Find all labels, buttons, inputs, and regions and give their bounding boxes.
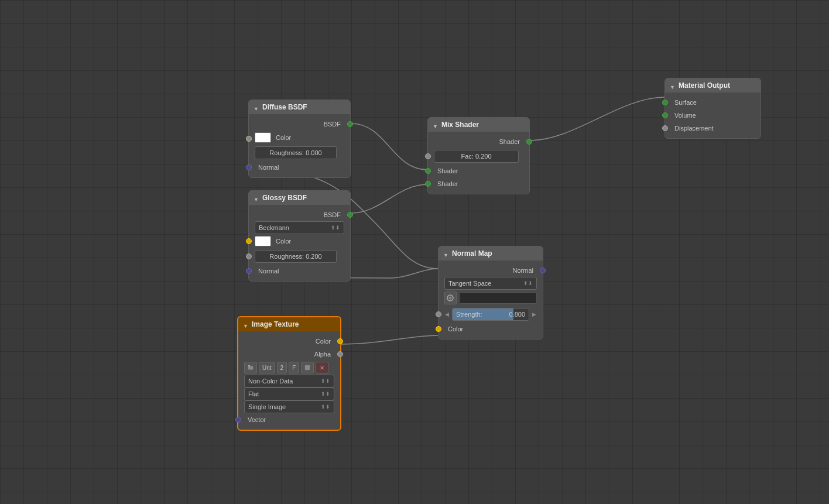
glossy-bsdf-output-label: BSDF [324, 211, 341, 218]
image-texture-close-btn[interactable]: ✕ [316, 362, 328, 373]
image-texture-vector-row: Vector [238, 413, 340, 426]
glossy-bsdf-roughness-field[interactable]: Roughness: 0.200 [255, 250, 337, 263]
glossy-bsdf-output-row: BSDF [249, 208, 350, 221]
normal-map-collapse-icon[interactable] [443, 251, 449, 256]
normal-map-strength-label: Strength: 0.800 [453, 311, 529, 318]
diffuse-bsdf-output-label: BSDF [324, 121, 341, 128]
mix-shader-output-row: Shader [428, 135, 529, 148]
material-output-body: Surface Volume Displacement [665, 92, 761, 138]
material-output-header: Material Output [665, 78, 761, 92]
mix-shader-output-label: Shader [499, 138, 520, 145]
image-texture-browse-btn[interactable] [244, 362, 257, 373]
glossy-bsdf-normal-socket[interactable] [246, 268, 252, 274]
glossy-bsdf-color-swatch[interactable] [255, 236, 271, 246]
image-texture-2-btn[interactable]: 2 [277, 362, 287, 373]
diffuse-bsdf-color-row: Color [249, 131, 350, 145]
diffuse-bsdf-color-swatch[interactable] [255, 132, 271, 143]
diffuse-bsdf-output-socket[interactable] [347, 121, 353, 127]
image-texture-projection-dropdown-arrow: ⬆⬇ [321, 391, 330, 397]
normal-map-strength-arrow-right[interactable]: ▶ [532, 311, 537, 317]
glossy-bsdf-dropdown-arrow: ⬆⬇ [331, 225, 340, 231]
image-texture-alpha-out-label: Alpha [314, 351, 331, 358]
mix-shader-fac-row: Fac: 0.200 [428, 148, 529, 164]
diffuse-bsdf-normal-row: Normal [249, 161, 350, 174]
diffuse-bsdf-output-row: BSDF [249, 118, 350, 131]
mix-shader-shader1-row: Shader [428, 164, 529, 177]
normal-map-strength-row: ◀ Strength: 0.800 ▶ [439, 306, 543, 323]
diffuse-bsdf-header: Diffuse BSDF [249, 100, 350, 114]
diffuse-bsdf-collapse-icon[interactable] [254, 104, 259, 110]
image-texture-f-btn[interactable]: F [289, 362, 299, 373]
normal-map-title: Normal Map [452, 249, 492, 258]
glossy-bsdf-header: Glossy BSDF [249, 191, 350, 205]
glossy-bsdf-color-socket[interactable] [246, 238, 252, 244]
image-texture-settings-btn[interactable] [301, 362, 314, 373]
material-output-collapse-icon[interactable] [670, 83, 676, 88]
mix-shader-fac-socket[interactable] [425, 153, 431, 159]
material-output-surface-label: Surface [674, 99, 697, 106]
diffuse-bsdf-roughness-row: Roughness: 0.000 [249, 145, 350, 161]
glossy-bsdf-roughness-socket[interactable] [246, 253, 252, 259]
diffuse-bsdf-roughness-field[interactable]: Roughness: 0.000 [255, 146, 337, 159]
mix-shader-shader2-socket[interactable] [425, 181, 431, 187]
normal-map-strength-arrow-left[interactable]: ◀ [444, 311, 450, 317]
image-texture-colorspace-dropdown[interactable]: Non-Color Data ⬆⬇ [244, 375, 334, 388]
diffuse-bsdf-normal-socket[interactable] [246, 164, 252, 170]
mix-shader-shader1-socket[interactable] [425, 168, 431, 174]
glossy-bsdf-output-socket[interactable] [347, 212, 353, 218]
diffuse-bsdf-roughness-socket[interactable] [246, 136, 252, 142]
image-texture-vector-label: Vector [248, 416, 266, 423]
image-texture-toolbar: Unt 2 F ✕ [238, 361, 340, 375]
normal-map-strength-socket[interactable] [436, 311, 441, 317]
node-editor: Diffuse BSDF BSDF Color Roughness: 0.000 [0, 0, 829, 504]
image-texture-unt-btn[interactable]: Unt [259, 362, 275, 373]
image-texture-colorspace-dropdown-arrow: ⬆⬇ [321, 378, 330, 384]
image-texture-projection-dropdown[interactable]: Flat ⬆⬇ [244, 388, 334, 400]
normal-map-output-label: Normal [513, 267, 533, 274]
image-texture-body: Color Alpha Unt 2 [238, 331, 340, 430]
normal-map-output-row: Normal [439, 264, 543, 277]
mix-shader-shader2-label: Shader [437, 180, 458, 187]
image-texture-vector-socket[interactable] [235, 417, 241, 423]
svg-rect-4 [248, 366, 254, 369]
mix-shader-header: Mix Shader [428, 118, 529, 132]
material-output-node: Material Output Surface Volume Displacem… [664, 78, 761, 139]
glossy-bsdf-title: Glossy BSDF [262, 194, 307, 202]
image-texture-color-out-socket[interactable] [337, 338, 343, 344]
material-output-displacement-label: Displacement [674, 125, 714, 132]
normal-map-texture-icon[interactable] [444, 292, 457, 304]
diffuse-bsdf-node: Diffuse BSDF BSDF Color Roughness: 0.000 [248, 100, 351, 178]
normal-map-body: Normal Tangent Space ⬆⬇ [439, 260, 543, 339]
material-output-title: Material Output [679, 81, 730, 90]
normal-map-color-row: Color [439, 323, 543, 335]
image-texture-header: Image Texture [238, 317, 340, 331]
image-texture-color-out-label: Color [316, 338, 331, 345]
material-output-volume-row: Volume [665, 109, 761, 122]
mix-shader-output-socket[interactable] [526, 139, 532, 145]
glossy-bsdf-collapse-icon[interactable] [254, 195, 259, 201]
image-texture-alpha-out-socket[interactable] [337, 351, 343, 357]
diffuse-bsdf-normal-label: Normal [258, 164, 279, 171]
image-texture-collapse-icon[interactable] [243, 321, 249, 327]
mix-shader-fac-field[interactable]: Fac: 0.200 [434, 150, 519, 163]
material-output-surface-socket[interactable] [662, 100, 668, 105]
material-output-displacement-socket[interactable] [662, 125, 668, 131]
normal-map-color-socket[interactable] [436, 326, 441, 332]
normal-map-node: Normal Map Normal Tangent Space ⬆⬇ [438, 246, 543, 340]
material-output-volume-label: Volume [674, 112, 696, 119]
normal-map-strength-bar[interactable]: Strength: 0.800 [452, 308, 529, 321]
mix-shader-collapse-icon[interactable] [433, 122, 439, 128]
normal-map-texture-row [439, 290, 543, 306]
normal-map-name-field[interactable] [459, 292, 537, 304]
image-texture-source-dropdown[interactable]: Single Image ⬆⬇ [244, 400, 334, 413]
mix-shader-body: Shader Fac: 0.200 Shader Shader [428, 132, 529, 194]
glossy-bsdf-dropdown[interactable]: Beckmann ⬆⬇ [255, 221, 344, 234]
svg-rect-5 [248, 365, 251, 366]
glossy-bsdf-color-row: Color [249, 234, 350, 248]
material-output-volume-socket[interactable] [662, 112, 668, 118]
normal-map-output-socket[interactable] [540, 268, 546, 273]
material-output-displacement-row: Displacement [665, 122, 761, 135]
svg-rect-6 [305, 365, 310, 370]
normal-map-space-dropdown[interactable]: Tangent Space ⬆⬇ [444, 277, 537, 290]
material-output-surface-row: Surface [665, 96, 761, 109]
